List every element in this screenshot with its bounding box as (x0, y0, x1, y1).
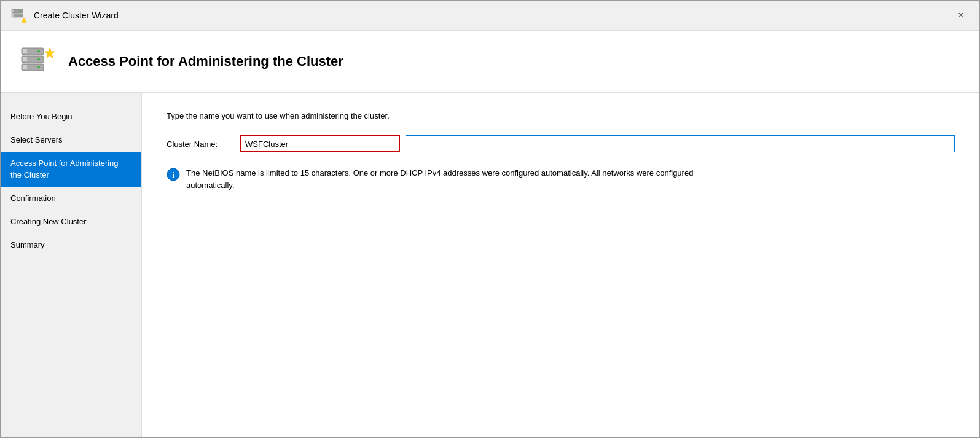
cluster-name-row: Cluster Name: (167, 135, 955, 152)
sidebar-item-access-point[interactable]: Access Point for Administering the Clust… (1, 152, 141, 186)
info-text: The NetBIOS name is limited to 15 charac… (186, 167, 719, 191)
page-title: Access Point for Administering the Clust… (68, 53, 343, 69)
svg-rect-4 (12, 14, 14, 17)
title-bar: Create Cluster Wizard × (1, 1, 979, 31)
header-icon (19, 43, 56, 80)
main-content: Type the name you want to use when admin… (142, 93, 979, 437)
svg-point-15 (37, 66, 40, 69)
cluster-name-label: Cluster Name: (167, 139, 234, 149)
sidebar-item-creating-new-cluster[interactable]: Creating New Cluster (1, 210, 141, 233)
sidebar-item-summary[interactable]: Summary (1, 233, 141, 257)
instruction-text: Type the name you want to use when admin… (167, 111, 955, 120)
wizard-window: Create Cluster Wizard × Access Point for… (0, 0, 980, 438)
svg-marker-6 (21, 18, 27, 23)
svg-point-9 (37, 50, 40, 53)
info-box: i The NetBIOS name is limited to 15 char… (167, 167, 719, 191)
sidebar-item-select-servers[interactable]: Select Servers (1, 128, 141, 152)
window-title: Create Cluster Wizard (34, 10, 119, 20)
svg-marker-16 (45, 48, 55, 58)
header-section: Access Point for Administering the Clust… (1, 31, 979, 93)
close-button[interactable]: × (952, 7, 970, 24)
svg-point-12 (37, 58, 40, 61)
svg-rect-1 (12, 10, 14, 12)
sidebar: Before You Begin Select Servers Access P… (1, 93, 142, 437)
svg-point-5 (20, 15, 21, 16)
cluster-name-input-secondary[interactable] (406, 135, 955, 152)
title-bar-left: Create Cluster Wizard (10, 7, 119, 24)
svg-point-2 (20, 10, 21, 12)
content-area: Before You Begin Select Servers Access P… (1, 93, 979, 437)
info-icon: i (167, 168, 180, 181)
sidebar-item-before-you-begin[interactable]: Before You Begin (1, 105, 141, 128)
svg-rect-8 (23, 49, 27, 53)
sidebar-item-confirmation[interactable]: Confirmation (1, 187, 141, 210)
svg-rect-11 (23, 57, 27, 61)
title-icon (10, 7, 28, 24)
svg-rect-14 (23, 65, 27, 69)
svg-text:i: i (172, 170, 174, 179)
cluster-name-input[interactable] (240, 135, 400, 152)
